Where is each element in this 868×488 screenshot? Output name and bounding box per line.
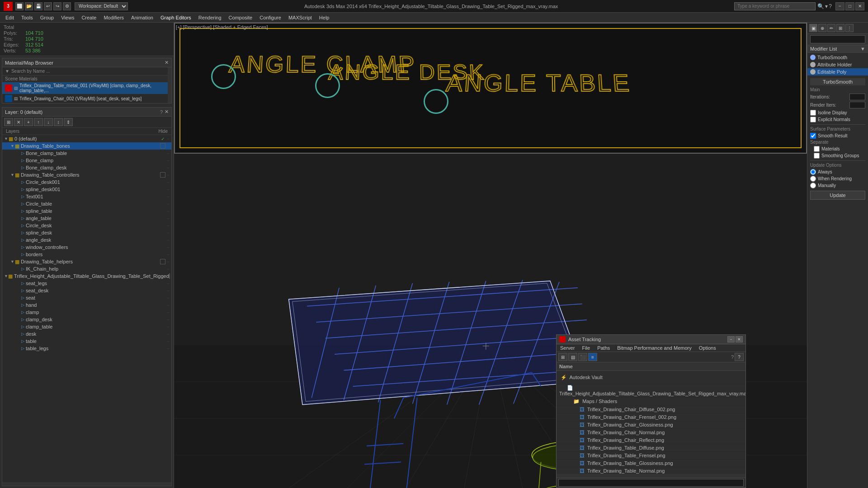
search-expand[interactable]: ▼ (5, 69, 9, 74)
layer-item-28[interactable]: ▷table··· (2, 338, 171, 345)
material-item-0[interactable]: ▤ Triflex_Drawing_Table_metal_001 (VRayM… (2, 82, 168, 94)
open-btn[interactable]: 📂 (25, 2, 33, 10)
workspace-select[interactable]: Workspace: Default (75, 2, 128, 10)
layer-tool-5[interactable]: ↕ (54, 118, 63, 126)
help-icon[interactable]: ? (829, 3, 832, 9)
menu-graph-editors[interactable]: Graph Editors (157, 14, 195, 21)
undo-btn[interactable]: ↩ (44, 2, 52, 10)
at-row-7[interactable]: 🖼 Triflex_Drawing_Chair_Reflect.png Foun… (557, 436, 745, 444)
layer-item-0[interactable]: ▼▦0 (default)✓··· (2, 135, 171, 142)
at-menu-file[interactable]: File (578, 344, 594, 352)
layer-item-13[interactable]: ▷spline_desk··· (2, 229, 171, 236)
layer-expand-5[interactable]: ▼ (10, 173, 15, 177)
layer-item-9[interactable]: ▷Circle_table··· (2, 200, 171, 207)
explicit-normals-checkbox[interactable] (810, 117, 816, 122)
layer-item-6[interactable]: ▷Circle_desk001··· (2, 178, 171, 186)
prop-tool-0[interactable]: ▣ (809, 24, 817, 32)
menu-configure[interactable]: Configure (256, 14, 285, 21)
prop-tool-1[interactable]: ⊕ (818, 24, 826, 32)
menu-modifiers[interactable]: Modifiers (100, 14, 127, 21)
layer-item-5[interactable]: ▼▦Drawing_Table_controllers··· (2, 171, 171, 178)
layer-item-3[interactable]: ▷Bone_clamp··· (2, 157, 171, 164)
layer-tool-0[interactable]: ⊞ (4, 118, 13, 126)
mod-item-2[interactable]: Editable Poly (807, 68, 868, 75)
close-btn[interactable]: ✕ (855, 2, 864, 10)
material-item-1[interactable]: ▤ Triflex_Drawing_Chair_002 (VRayMtl) [s… (2, 94, 168, 103)
layer-item-24[interactable]: ▷clamp··· (2, 309, 171, 316)
menu-create[interactable]: Create (78, 14, 100, 21)
menu-animation[interactable]: Animation (127, 14, 157, 21)
layer-item-23[interactable]: ▷hand··· (2, 301, 171, 309)
prop-tool-3[interactable]: ⊞ (836, 24, 844, 32)
layer-item-1[interactable]: ▼▦Drawing_Table_bones··· (2, 142, 171, 150)
smoothing-groups-checkbox[interactable] (814, 153, 820, 159)
at-menu-paths[interactable]: Paths (594, 344, 613, 352)
layer-expand-1[interactable]: ▼ (10, 144, 15, 148)
obj-name-input[interactable]: desk (810, 35, 865, 43)
modifier-list-dropdown[interactable]: ▼ (860, 46, 865, 52)
at-minimize[interactable]: − (727, 336, 735, 343)
settings-btn[interactable]: ⚙ (63, 2, 71, 10)
layer-item-7[interactable]: ▷spline_desk001··· (2, 186, 171, 193)
search-options[interactable]: ▾ (825, 3, 828, 9)
maximize-btn[interactable]: □ (845, 2, 854, 10)
layer-item-11[interactable]: ▷angle_table··· (2, 215, 171, 222)
layer-sq-19[interactable] (169, 273, 170, 279)
prop-tool-2[interactable]: ✏ (827, 24, 835, 32)
layer-item-15[interactable]: ▷window_controllers··· (2, 244, 171, 251)
manually-radio[interactable] (810, 183, 816, 188)
menu-tools[interactable]: Tools (18, 14, 37, 21)
layer-item-14[interactable]: ▷angle_desk··· (2, 236, 171, 244)
menu-rendering[interactable]: Rendering (195, 14, 225, 21)
at-btn-1[interactable]: ▤ (568, 353, 577, 361)
layer-item-8[interactable]: ▷Text001··· (2, 193, 171, 200)
prop-tool-4[interactable]: ⋮ (845, 24, 854, 32)
render-iters-input[interactable]: 2 (849, 102, 865, 108)
at-close[interactable]: ✕ (736, 336, 743, 343)
layer-item-27[interactable]: ▷desk··· (2, 330, 171, 338)
layer-close-btn[interactable]: ✕ (165, 109, 169, 115)
at-row-5[interactable]: 🖼 Triflex_Drawing_Chair_Glossiness.png F… (557, 421, 745, 429)
layer-item-25[interactable]: ▷clamp_desk··· (2, 316, 171, 323)
layer-tool-2[interactable]: + (24, 118, 33, 126)
layer-expand-0[interactable]: ▼ (4, 136, 9, 141)
at-btn-3[interactable]: ≡ (588, 353, 597, 361)
at-row-9[interactable]: 🖼 Triflex_Drawing_Table_Frensel.png Foun… (557, 452, 745, 460)
layer-item-29[interactable]: ▷table_legs··· (2, 345, 171, 352)
layer-item-16[interactable]: ▷borders··· (2, 251, 171, 258)
material-scrollbar[interactable] (168, 67, 171, 103)
layer-help-btn[interactable]: ? (160, 109, 163, 115)
layer-item-12[interactable]: ▷Circle_desk··· (2, 222, 171, 229)
isoline-checkbox[interactable] (810, 110, 816, 116)
at-row-4[interactable]: 🖼 Triflex_Drawing_Chair_Frensel_002.png … (557, 413, 745, 421)
layer-item-2[interactable]: ▷Bone_clamp_table··· (2, 150, 171, 157)
layer-item-20[interactable]: ▷seat_legs··· (2, 280, 171, 287)
always-radio[interactable] (810, 169, 816, 175)
at-row-0[interactable]: ⚡ Autodesk Vault Logged Out (557, 371, 745, 384)
materials-checkbox[interactable] (814, 146, 820, 152)
at-scrollbar-h[interactable] (557, 474, 745, 478)
layer-item-18[interactable]: ▷IK_Chain_help··· (2, 265, 171, 272)
at-row-2[interactable]: 📁 Maps / Shaders (557, 398, 745, 406)
at-row-11[interactable]: 🖼 Triflex_Drawing_Table_Normal.png Found (557, 467, 745, 474)
layer-sq-17[interactable] (160, 259, 165, 264)
layer-tool-4[interactable]: ↓ (44, 118, 53, 126)
layer-tool-6[interactable]: ⇕ (64, 118, 73, 126)
at-menu-server[interactable]: Server (557, 344, 578, 352)
layer-sq-1[interactable] (160, 143, 165, 149)
viewport-area[interactable]: [+] [Perspective] [Shaded + Edged Faces]… (174, 23, 807, 488)
layer-sq-5[interactable] (160, 172, 165, 178)
layer-item-21[interactable]: ▷seat_desk··· (2, 287, 171, 294)
menu-edit[interactable]: Edit (2, 14, 18, 21)
iterations-input[interactable]: 0 (849, 94, 865, 100)
at-btn-help[interactable]: ? (735, 353, 744, 361)
at-btn-2[interactable]: ⬛ (578, 353, 587, 361)
layer-item-22[interactable]: ▷seat··· (2, 294, 171, 301)
at-row-10[interactable]: 🖼 Triflex_Drawing_Table_Glossiness.png F… (557, 460, 745, 467)
search-input[interactable] (734, 2, 816, 10)
layer-item-19[interactable]: ▼▦Triflex_Height_Adjustable_Tiltable_Gla… (2, 272, 171, 280)
menu-composite[interactable]: Composite (225, 14, 256, 21)
layer-tool-3[interactable]: ↑ (34, 118, 43, 126)
redo-btn[interactable]: ↪ (53, 2, 61, 10)
at-row-8[interactable]: 🖼 Triflex_Drawing_Table_Diffuse.png Foun… (557, 444, 745, 452)
